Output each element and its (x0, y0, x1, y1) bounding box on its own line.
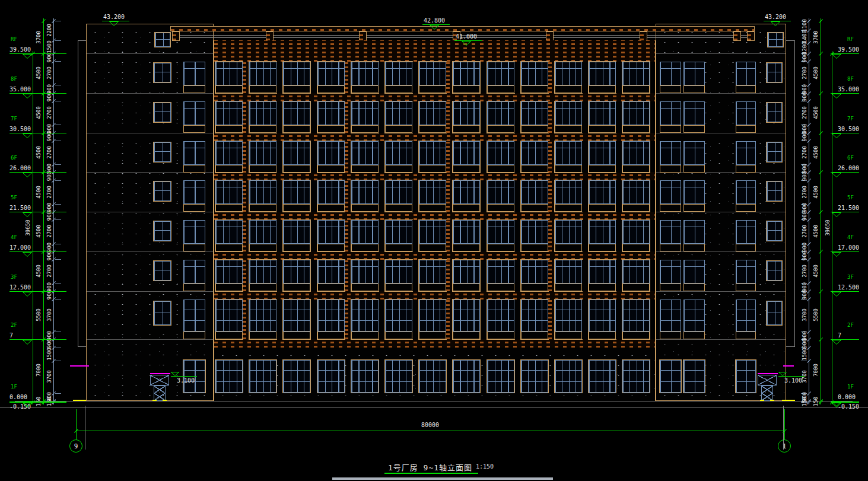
dim-extension (55, 348, 61, 348)
elevation-marker-triangle (23, 133, 32, 138)
window-spandrel (419, 244, 446, 251)
dim-extension (55, 101, 61, 101)
window-standard (419, 101, 446, 125)
window-tall (622, 300, 650, 332)
canopy-elevation: 3.100 (177, 378, 195, 384)
window-spandrel (487, 165, 514, 173)
floor-label: 3F (11, 275, 17, 280)
level-elevation: 39.500 (9, 47, 31, 53)
window-side-narrow (767, 103, 782, 122)
window-tall (249, 300, 276, 332)
dim-label: 900 (802, 339, 807, 348)
level-line (9, 53, 66, 54)
window-spandrel (385, 283, 412, 291)
window-spandrel (419, 85, 446, 93)
window-standard (283, 220, 310, 244)
window-standard (622, 220, 650, 244)
window-spandrel (283, 244, 310, 251)
top-elevation: 43.200 (103, 14, 125, 20)
window-side (183, 101, 205, 125)
dim-label: 3700 (47, 370, 52, 383)
elevation-marker-triangle (23, 212, 32, 217)
window-standard (487, 141, 514, 165)
window-spandrel (683, 165, 705, 173)
floor-label: 4F (11, 235, 17, 240)
elevation-marker-triangle (23, 54, 32, 59)
window-standard (521, 141, 548, 165)
dim-label: 2700 (47, 225, 52, 238)
top-elevation: 41.000 (456, 34, 477, 40)
window-spandrel (385, 85, 412, 93)
level-elevation: 30.500 (9, 126, 31, 132)
dim-extension (55, 85, 61, 85)
window-spandrel (736, 283, 756, 291)
window-side-narrow (767, 181, 782, 201)
elevation-marker-triangle (832, 173, 841, 177)
dim-label: 2700 (47, 67, 52, 80)
window-spandrel (555, 332, 582, 339)
title-block-bar (332, 477, 553, 480)
floor-label: RF (847, 37, 854, 42)
window-standard (317, 62, 345, 85)
window-side (736, 101, 756, 125)
floor-label: 5F (11, 195, 17, 200)
level-line (171, 376, 197, 377)
level-elevation: 35.000 (9, 87, 31, 93)
floor-label: 8F (11, 77, 17, 82)
window-spandrel (487, 204, 514, 212)
window-spandrel (555, 283, 582, 291)
dim-label: 2700 (802, 225, 807, 238)
level-elevation: 21.500 (838, 205, 859, 211)
window-spandrel (317, 204, 345, 212)
floor-label: 7F (11, 116, 17, 122)
window-standard (555, 62, 582, 85)
window-spandrel (385, 165, 412, 173)
floor-label: 4F (847, 235, 854, 240)
window-standard (351, 220, 379, 244)
elevation-marker-triangle (23, 292, 32, 297)
window-spandrel (589, 332, 616, 339)
window-standard (215, 180, 243, 204)
yellow-base-mark (782, 400, 795, 401)
window-side-tall (683, 300, 705, 332)
dim-label: 2700 (47, 146, 52, 159)
magenta-mark (783, 365, 794, 367)
dim-label: 39650 (825, 220, 831, 236)
tower-floor-line (656, 339, 786, 340)
elevation-marker-triangle (171, 372, 179, 376)
dim-extension (55, 141, 61, 141)
dim-label: 2700 (802, 67, 807, 80)
window-standard (385, 62, 412, 85)
window-spandrel (215, 125, 243, 133)
window-spandrel (521, 125, 548, 133)
window-standard (453, 141, 480, 165)
floor-label: 7F (847, 116, 854, 122)
dim-label: 1500 (802, 348, 807, 361)
window-spandrel (589, 125, 616, 133)
drawing-scale: 1:150 (476, 463, 494, 470)
window-standard (521, 180, 548, 204)
window-standard (249, 260, 276, 283)
elevation-marker-triangle (832, 340, 841, 345)
elevation-marker-triangle (462, 41, 471, 46)
entrance-canopy-column (154, 386, 166, 401)
dim-extension (55, 180, 61, 181)
level-line (9, 93, 66, 94)
window-standard (283, 180, 310, 204)
window-side (660, 180, 681, 204)
dim-label: 4500 (36, 265, 42, 278)
level-elevation: 17.000 (9, 245, 31, 251)
dim-label: 4500 (813, 67, 819, 80)
window-standard (419, 220, 446, 244)
window-standard (589, 260, 616, 283)
window-spandrel (555, 125, 582, 133)
window-spandrel (487, 244, 514, 251)
window-tall (283, 300, 310, 332)
window-spandrel (249, 125, 276, 133)
window-standard (283, 141, 310, 165)
window-spandrel (317, 332, 345, 339)
window-side (683, 220, 705, 244)
grid-axis-circle-1: 1 (778, 439, 791, 453)
window-spandrel (215, 204, 243, 212)
dim-extension (55, 361, 61, 361)
